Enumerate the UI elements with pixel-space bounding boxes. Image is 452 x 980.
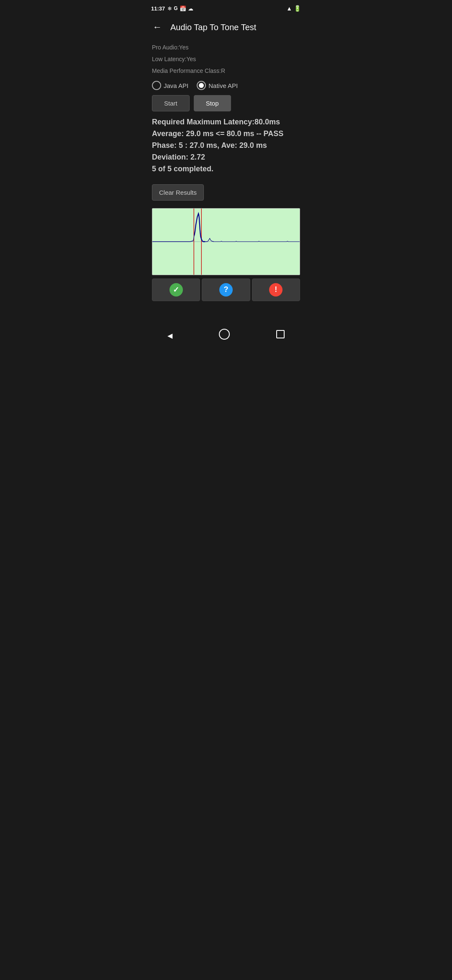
wifi-icon: ▲ — [286, 5, 292, 12]
status-icons: ❄ G 📅 ☁ — [167, 5, 193, 12]
navigation-bar — [144, 321, 308, 353]
media-performance-label: Media Performance Class:R — [152, 66, 300, 76]
result-line-2: Average: 29.0 ms <= 80.0 ms -- PASS — [152, 128, 300, 140]
warning-button[interactable]: ! — [252, 279, 300, 301]
result-line-3: Phase: 5 : 27.0 ms, Ave: 29.0 ms — [152, 140, 300, 152]
pro-audio-label: Pro Audio:Yes — [152, 43, 300, 53]
bottom-action-buttons: ✓ ? ! — [152, 279, 300, 301]
native-api-radio[interactable]: Native API — [197, 81, 238, 90]
result-line-4: Deviation: 2.72 — [152, 152, 300, 163]
status-bar-right: ▲ 🔋 — [286, 5, 301, 12]
start-button[interactable]: Start — [152, 95, 190, 111]
question-button[interactable]: ? — [202, 279, 250, 301]
api-selector: Java API Native API — [152, 81, 300, 90]
nav-recent-button[interactable] — [266, 327, 295, 344]
question-icon: ? — [219, 283, 233, 297]
pass-icon: ✓ — [170, 283, 183, 297]
battery-icon: 🔋 — [294, 5, 301, 12]
status-bar-left: 11:37 ❄ G 📅 ☁ — [151, 5, 193, 12]
java-api-radio-circle — [152, 81, 161, 90]
clear-results-button[interactable]: Clear Results — [152, 184, 204, 201]
pass-button[interactable]: ✓ — [152, 279, 200, 301]
app-bar: ← Audio Tap To Tone Test — [144, 15, 308, 39]
warning-icon: ! — [269, 283, 282, 297]
result-line-1: Required Maximum Latency:80.0ms — [152, 116, 300, 128]
stop-button[interactable]: Stop — [194, 95, 231, 111]
content: Pro Audio:Yes Low Latency:Yes Media Perf… — [144, 39, 308, 321]
status-time: 11:37 — [151, 5, 165, 12]
cloud-icon: ☁ — [188, 5, 193, 12]
result-line-5: 5 of 5 completed. — [152, 163, 300, 175]
nav-home-button[interactable] — [209, 325, 240, 345]
home-nav-icon — [219, 332, 230, 341]
low-latency-label: Low Latency:Yes — [152, 54, 300, 64]
native-api-radio-circle — [197, 81, 206, 90]
nav-back-button[interactable] — [157, 327, 182, 343]
device-info: Pro Audio:Yes Low Latency:Yes Media Perf… — [152, 43, 300, 76]
back-button[interactable]: ← — [151, 20, 164, 34]
status-bar: 11:37 ❄ G 📅 ☁ ▲ 🔋 — [144, 0, 308, 15]
recent-nav-icon — [276, 331, 285, 340]
java-api-radio[interactable]: Java API — [152, 81, 188, 90]
app-title: Audio Tap To Tone Test — [170, 23, 256, 32]
waveform-svg — [152, 209, 300, 275]
google-icon: G — [174, 5, 177, 11]
waveform-display — [152, 208, 300, 275]
java-api-label: Java API — [164, 82, 188, 89]
native-api-label: Native API — [208, 82, 238, 89]
fan-icon: ❄ — [167, 5, 172, 12]
calendar-icon: 📅 — [180, 5, 186, 12]
results-section: Required Maximum Latency:80.0ms Average:… — [152, 116, 300, 175]
back-nav-icon — [167, 330, 172, 340]
control-buttons: Start Stop — [152, 95, 300, 111]
